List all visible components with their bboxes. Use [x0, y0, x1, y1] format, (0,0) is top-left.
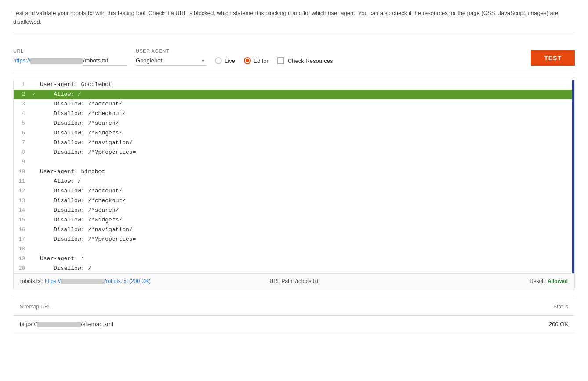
line-number: 20 [14, 264, 29, 273]
live-radio-option[interactable]: Live [215, 57, 235, 64]
robots-url-blurred: https:// /robots.txt (200 OK) [45, 278, 151, 284]
line-content [38, 244, 574, 254]
line-content: Disallow: /*navigation/ [38, 138, 574, 148]
check-resources-group[interactable]: Check Resources [277, 57, 333, 66]
editor-line-8: 8 Disallow: /*?properties= [14, 148, 574, 157]
line-check-icon [29, 264, 38, 273]
sitemap-url-cell: https:// /sitemap.xml [13, 316, 443, 333]
editor-radio-option[interactable]: Editor [244, 57, 269, 64]
user-agent-label: User Agent [136, 48, 206, 54]
check-resources-label: Check Resources [288, 58, 333, 64]
check-resources-checkbox[interactable] [277, 57, 284, 64]
line-number: 10 [14, 167, 29, 177]
line-content: Disallow: /*navigation/ [38, 225, 574, 235]
editor-line-5: 5 Disallow: /*search/ [14, 119, 574, 128]
line-content: Disallow: /*search/ [38, 119, 574, 128]
user-agent-select[interactable]: Googlebot Bingbot Slurp DuckDuckBot Baid… [136, 55, 206, 66]
line-content: Disallow: /*?properties= [38, 148, 574, 157]
line-number: 1 [14, 80, 29, 90]
sitemap-url-column-header: Sitemap URL [13, 298, 443, 316]
url-label: URL [13, 48, 127, 54]
url-path-value: /robots.txt [295, 278, 319, 284]
sitemap-row: https:// /sitemap.xml200 OK [13, 316, 575, 333]
line-content: User-agent: Googlebot [38, 80, 574, 90]
code-editor[interactable]: 1User-agent: Googlebot2✓ Allow: /3 Disal… [14, 80, 574, 273]
line-content: User-agent: bingbot [38, 167, 574, 177]
line-content: Disallow: / [38, 264, 574, 273]
line-content: Disallow: /*widgets/ [38, 215, 574, 225]
line-content: Disallow: /*?properties= [38, 235, 574, 244]
url-blurred-prefix: https:// [13, 57, 83, 64]
line-content: Disallow: /*account/ [38, 186, 574, 196]
editor-line-16: 16 Disallow: /*navigation/ [14, 225, 574, 235]
url-input[interactable] [83, 55, 127, 66]
scrollbar[interactable] [572, 80, 574, 273]
line-check-icon [29, 235, 38, 244]
line-check-icon [29, 196, 38, 206]
line-number: 7 [14, 138, 29, 148]
user-agent-field-group: User Agent Googlebot Bingbot Slurp DuckD… [136, 48, 206, 66]
user-agent-select-wrapper: Googlebot Bingbot Slurp DuckDuckBot Baid… [136, 55, 206, 66]
line-check-icon [29, 167, 38, 177]
line-number: 11 [14, 177, 29, 186]
line-content: Disallow: /*checkout/ [38, 196, 574, 206]
editor-radio-circle [244, 57, 251, 64]
test-button[interactable]: TEST [531, 50, 575, 66]
status-bar-left: robots.txt: https:// /robots.txt (200 OK… [20, 278, 203, 284]
line-number: 6 [14, 128, 29, 138]
status-bar-right: Result: Allowed [385, 278, 568, 284]
line-number: 8 [14, 148, 29, 157]
line-content: Disallow: /*search/ [38, 206, 574, 215]
line-check-icon: ✓ [29, 90, 38, 99]
editor-line-6: 6 Disallow: /*widgets/ [14, 128, 574, 138]
result-label: Result: [530, 278, 546, 284]
editor-line-2: 2✓ Allow: / [14, 90, 574, 99]
line-number: 14 [14, 206, 29, 215]
line-check-icon [29, 225, 38, 235]
editor-line-3: 3 Disallow: /*account/ [14, 99, 574, 109]
live-radio-label: Live [225, 58, 235, 64]
line-check-icon [29, 80, 38, 90]
status-bar-mid: URL Path: /robots.txt [203, 278, 385, 284]
line-check-icon [29, 109, 38, 119]
line-number: 5 [14, 119, 29, 128]
editor-line-7: 7 Disallow: /*navigation/ [14, 138, 574, 148]
line-check-icon [29, 128, 38, 138]
line-content: Disallow: /*account/ [38, 99, 574, 109]
url-field-group: URL https:// [13, 48, 127, 66]
status-bar: robots.txt: https:// /robots.txt (200 OK… [13, 274, 575, 289]
code-editor-wrapper: 1User-agent: Googlebot2✓ Allow: /3 Disal… [13, 80, 575, 274]
editor-line-9: 9 [14, 157, 574, 167]
sitemap-table: Sitemap URL Status https:// /sitemap.xml… [13, 298, 575, 333]
line-content: Allow: / [38, 90, 574, 99]
editor-line-12: 12 Disallow: /*account/ [14, 186, 574, 196]
sitemap-status-column-header: Status [443, 298, 575, 316]
toolbar: URL https:// User Agent Googlebot Bingbo… [13, 42, 575, 73]
line-number: 4 [14, 109, 29, 119]
line-check-icon [29, 177, 38, 186]
line-check-icon [29, 157, 38, 167]
line-check-icon [29, 138, 38, 148]
editor-line-10: 10User-agent: bingbot [14, 167, 574, 177]
editor-line-20: 20 Disallow: / [14, 264, 574, 273]
editor-line-13: 13 Disallow: /*checkout/ [14, 196, 574, 206]
editor-line-17: 17 Disallow: /*?properties= [14, 235, 574, 244]
description-text: Test and validate your robots.txt with t… [13, 9, 575, 33]
sitemap-status-cell: 200 OK [443, 316, 575, 333]
line-number: 16 [14, 225, 29, 235]
line-check-icon [29, 215, 38, 225]
line-content [38, 157, 574, 167]
mode-radio-group: Live Editor [215, 57, 269, 66]
line-content: Disallow: /*checkout/ [38, 109, 574, 119]
line-content: User-agent: * [38, 254, 574, 264]
line-check-icon [29, 206, 38, 215]
line-number: 19 [14, 254, 29, 264]
line-check-icon [29, 244, 38, 254]
line-number: 17 [14, 235, 29, 244]
line-check-icon [29, 148, 38, 157]
robots-txt-label: robots.txt: [20, 278, 44, 284]
line-check-icon [29, 186, 38, 196]
line-check-icon [29, 254, 38, 264]
line-check-icon [29, 99, 38, 109]
editor-line-1: 1User-agent: Googlebot [14, 80, 574, 90]
